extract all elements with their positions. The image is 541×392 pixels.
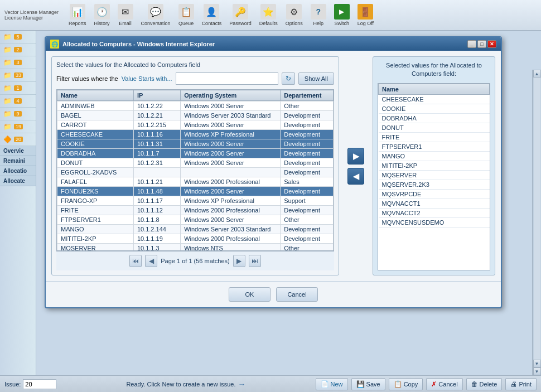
sidebar-item-0[interactable]: 📁 5 — [0, 31, 36, 43]
toolbar-reports-btn[interactable]: 📊 Reports — [65, 3, 90, 27]
table-row[interactable]: FRITE 10.1.1.12 Windows 2000 Professiona… — [57, 206, 334, 215]
sidebar-item-3[interactable]: 📁 33 — [0, 69, 36, 82]
scroll-track[interactable] — [534, 78, 540, 360]
selected-item[interactable]: MANGO — [379, 151, 490, 161]
table-row[interactable]: FONDUE2KS 10.1.1.48 Windows 2000 Server … — [57, 187, 334, 196]
cell-dept: Sales — [281, 177, 334, 187]
copy-action-btn[interactable]: 📋 Copy — [389, 378, 423, 390]
sidebar-badge-3: 33 — [14, 72, 23, 78]
selected-item[interactable]: FTPSERVER1 — [379, 142, 490, 151]
selected-item[interactable]: FRITE — [379, 132, 490, 142]
dialog-minimize-btn[interactable]: _ — [467, 40, 476, 48]
cancel-btn[interactable]: Cancel — [276, 287, 318, 302]
table-row[interactable]: CARROT 10.1.2.215 Windows 2000 Server De… — [57, 120, 334, 130]
selected-item[interactable]: MQSVRPCDE — [379, 189, 490, 199]
toolbar-switch-btn[interactable]: ▶ Switch — [331, 3, 353, 27]
sidebar-section-allocation[interactable]: Allocatio — [0, 166, 36, 176]
toolbar-queue-btn[interactable]: 📋 Queue — [175, 3, 197, 27]
cell-name: DONUT — [57, 158, 134, 168]
left-sidebar: 📁 5 📁 2 📁 3 📁 33 📁 1 📁 4 📁 9 📁 1 — [0, 31, 36, 375]
remove-arrow-btn[interactable]: ◀ — [347, 168, 364, 185]
status-text: Ready. Click New to create a new issue. — [126, 381, 235, 388]
sidebar-section-remain[interactable]: Remaini — [0, 156, 36, 166]
cell-dept: Development — [281, 206, 334, 215]
filter-input[interactable] — [176, 72, 278, 85]
table-row[interactable]: MOSERVER 10.1.1.3 Windows NTS Other — [57, 244, 334, 251]
pag-next-btn[interactable]: ▶ — [233, 255, 245, 267]
toolbar-password-btn[interactable]: 🔑 Password — [226, 3, 255, 27]
dialog-close-btn[interactable]: ✕ — [487, 40, 496, 48]
add-arrow-btn[interactable]: ▶ — [347, 148, 364, 164]
sidebar-section-overview[interactable]: Overvie — [0, 146, 36, 156]
toolbar-history-btn[interactable]: 🕐 History — [91, 3, 113, 27]
selected-item[interactable]: MQSERVER.2K3 — [379, 180, 490, 189]
table-row[interactable]: FALAFEL 10.1.1.21 Windows 2000 Professio… — [57, 177, 334, 187]
table-row[interactable]: CHEESECAKE 10.1.1.16 Windows XP Professi… — [57, 130, 334, 139]
sidebar-item-5[interactable]: 📁 4 — [0, 95, 36, 108]
toolbar-options-btn[interactable]: ⚙ Options — [282, 3, 306, 27]
app-logo: Vector License Manager License Manager — [4, 9, 59, 21]
selected-item[interactable]: MQSERVER — [379, 170, 490, 180]
delete-action-btn[interactable]: 🗑 Delete — [466, 378, 503, 390]
toolbar-logoff-btn[interactable]: 🚪 Log Off — [354, 3, 377, 27]
password-icon: 🔑 — [233, 4, 248, 20]
selected-item[interactable]: CHEESECAKE — [379, 94, 490, 104]
sidebar-section-allocate[interactable]: Allocate — [0, 176, 36, 186]
table-scroll[interactable]: ADMINWEB 10.1.2.22 Windows 2000 Server O… — [57, 101, 334, 250]
folder-icon-1: 📁 — [3, 46, 12, 54]
print-label: Print — [519, 381, 532, 388]
table-row[interactable]: FRANGO-XP 10.1.1.17 Windows XP Professio… — [57, 196, 334, 206]
selected-item[interactable]: MQVNCENSUSDEMO — [379, 217, 490, 227]
table-row[interactable]: DONUT 10.1.2.31 Windows 2000 Server Deve… — [57, 158, 334, 168]
selected-item[interactable]: COOKIE — [379, 104, 490, 113]
toolbar-conversation-btn[interactable]: 💬 Conversation — [138, 3, 174, 27]
sidebar-item-2[interactable]: 📁 3 — [0, 56, 36, 69]
status-arrow-icon: → — [238, 380, 245, 389]
sidebar-badge-6: 9 — [14, 111, 22, 117]
pag-last-btn[interactable]: ⏭ — [249, 255, 261, 267]
table-row[interactable]: FTPSERVER1 10.1.1.8 Windows 2000 Server … — [57, 215, 334, 225]
scroll-up-btn[interactable]: ▲ — [533, 70, 541, 78]
selected-item[interactable]: DONUT — [379, 123, 490, 132]
new-action-btn[interactable]: 📄 New — [316, 378, 348, 390]
toolbar-defaults-btn[interactable]: ⭐ Defaults — [256, 3, 281, 27]
selected-item[interactable]: MITITEI-2KP — [379, 161, 490, 170]
right-scrollbar[interactable]: ▲ ▼ ▼ — [532, 70, 541, 375]
filter-refresh-btn[interactable]: ↻ — [282, 72, 295, 85]
toolbar-help-btn[interactable]: ? Help — [307, 3, 330, 27]
dialog-titlebar: 🌐 Allocated to Computers - Windows Inter… — [46, 37, 501, 51]
folder-icon-6: 📁 — [3, 110, 12, 118]
table-row[interactable]: DOBRADHA 10.1.1.7 Windows 2000 Server De… — [57, 149, 334, 158]
cancel-action-btn[interactable]: ✗ Cancel — [426, 378, 462, 390]
table-row[interactable]: COOKIE 10.1.1.31 Windows 2000 Server Dev… — [57, 139, 334, 149]
sidebar-item-6[interactable]: 📁 9 — [0, 108, 36, 120]
table-row[interactable]: ADMINWEB 10.1.2.22 Windows 2000 Server O… — [57, 101, 334, 111]
pag-prev-btn[interactable]: ◀ — [145, 255, 157, 267]
selected-item[interactable]: DOBRADHA — [379, 113, 490, 123]
pag-first-btn[interactable]: ⏮ — [129, 255, 142, 267]
scroll-down-btn-2[interactable]: ▼ — [533, 367, 541, 375]
cell-name: CHEESECAKE — [57, 130, 134, 139]
table-row[interactable]: BAGEL 10.1.2.21 Windows Server 2003 Stan… — [57, 111, 334, 120]
table-row[interactable]: MITITEI-2KP 10.1.1.19 Windows 2000 Profe… — [57, 234, 334, 244]
sidebar-item-8[interactable]: 🔶 20 — [0, 133, 36, 146]
sidebar-item-4[interactable]: 📁 1 — [0, 82, 36, 95]
toolbar-email-btn[interactable]: ✉ Email — [114, 3, 137, 27]
toolbar-contacts-btn[interactable]: 👤 Contacts — [199, 3, 225, 27]
selected-item[interactable]: MQVNACCT2 — [379, 208, 490, 217]
show-all-btn[interactable]: Show All — [298, 72, 334, 85]
table-row[interactable]: MANGO 10.1.2.144 Windows Server 2003 Sta… — [57, 225, 334, 234]
filter-link[interactable]: Value Starts with... — [122, 75, 172, 82]
ok-btn[interactable]: OK — [229, 287, 270, 302]
save-action-btn[interactable]: 💾 Save — [351, 378, 385, 390]
scroll-down-btn-1[interactable]: ▼ — [533, 360, 541, 367]
print-action-btn[interactable]: 🖨 Print — [505, 378, 537, 390]
sidebar-item-1[interactable]: 📁 2 — [0, 43, 36, 56]
dialog-maximize-btn[interactable]: □ — [477, 40, 486, 48]
issue-input[interactable] — [23, 379, 56, 389]
table-row[interactable]: EGGROLL-2KADVS Development — [57, 168, 334, 177]
sidebar-item-7[interactable]: 📁 19 — [0, 120, 36, 133]
selected-item[interactable]: MQVNACCT1 — [379, 199, 490, 208]
selected-item-name: MQVNACCT1 — [379, 199, 490, 208]
contacts-label: Contacts — [202, 21, 222, 26]
